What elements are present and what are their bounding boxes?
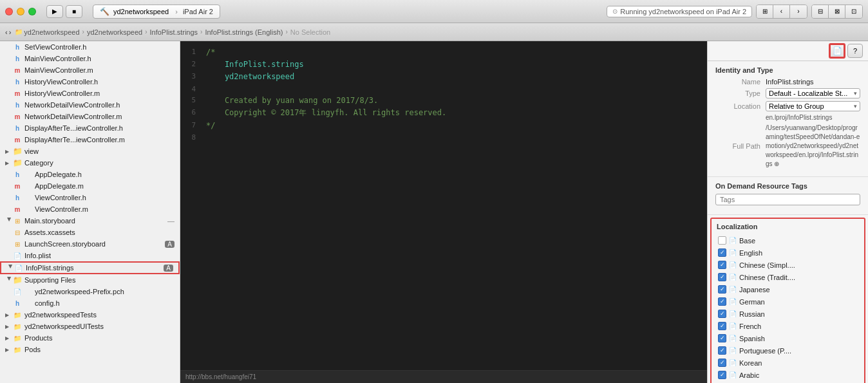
name-row: Name InfoPlist.strings — [715, 78, 860, 86]
storyboard-icon: ⊞ — [13, 216, 22, 225]
code-line-4: 4 — [180, 84, 707, 95]
sidebar-item-displayafterh[interactable]: h DisplayAfterTe...iewController.h — [0, 122, 180, 134]
view-buttons: ⊞ ‹ › — [756, 5, 807, 19]
sidebar-item-viewcontrollerm[interactable]: m ViewController.m — [0, 203, 180, 215]
running-tab[interactable]: ⊙ Running yd2networkspeed on iPad Air 2 — [607, 6, 752, 17]
forward-button[interactable]: › — [790, 5, 807, 18]
uitests-folder-icon: 📁 — [13, 322, 22, 331]
sidebar-item-prefixpch[interactable]: 📄 yd2networkspeed-Prefix.pch — [0, 286, 180, 297]
play-button[interactable]: ▶ — [46, 5, 63, 18]
sidebar-item-view[interactable]: ▶ 📁 view — [0, 145, 180, 157]
sidebar-item-viewcontrollerh[interactable]: h ViewController.h — [0, 192, 180, 203]
localization-section: Localization 📄 Base ✓ 📄 English ✓ — [710, 218, 865, 383]
sidebar-item-networkdetailm[interactable]: m NetworkDetailViewController.m — [0, 111, 180, 122]
base-checkbox[interactable] — [718, 236, 726, 245]
sidebar-item-displayafterm[interactable]: m DisplayAfterTe...iewController.m — [0, 134, 180, 145]
sidebar-item-mainstoryboard[interactable]: ▶ ⊞ Main.storyboard — — [0, 215, 180, 227]
bc-item-0[interactable]: yd2networkspeed — [24, 28, 79, 36]
minimize-button[interactable] — [17, 8, 24, 15]
name-value: InfoPlist.strings — [766, 78, 860, 86]
tags-input[interactable] — [715, 194, 860, 205]
code-content[interactable]: 1 /* 2 InfoPlist.strings 3 yd2networkspe… — [180, 41, 707, 148]
help-button[interactable]: ? — [847, 44, 863, 58]
sidebar-item-launchscreen[interactable]: ⊞ LaunchScreen.storyboard A — [0, 238, 180, 250]
german-icon: 📄 — [729, 298, 737, 305]
sidebar-item-infopliststrings[interactable]: ▶ 📄 InfoPlist.strings A — [0, 261, 180, 274]
arabic-checkbox[interactable]: ✓ — [718, 371, 726, 379]
zoom-button[interactable] — [28, 8, 36, 15]
breadcrumb-icon: 📁 — [15, 28, 23, 35]
base-file-icon: 📄 — [729, 237, 737, 244]
stop-button[interactable]: ■ — [66, 5, 82, 18]
russian-checkbox[interactable]: ✓ — [718, 310, 726, 318]
bc-item-2[interactable]: InfoPlist.strings — [150, 28, 198, 36]
xcode-tab[interactable]: 🔨 yd2networkspeed › iPad Air 2 — [93, 5, 220, 19]
sidebar-item-networkdetailh[interactable]: h NetworkDetailViewController.h — [0, 99, 180, 111]
app-tab-label: yd2networkspeed — [113, 8, 169, 15]
bottom-toggle[interactable]: ⊠ — [829, 5, 845, 18]
file-inspector-button[interactable]: 📄 — [829, 44, 845, 58]
sidebar-item-appdelegatem[interactable]: m AppDelegate.m — [0, 180, 180, 192]
nav-forward[interactable]: › — [9, 28, 12, 36]
loc-item-english: ✓ 📄 English — [717, 247, 859, 259]
type-select[interactable]: Default - Localizable St... ▾ — [766, 88, 860, 98]
sidebar-item-pods[interactable]: ▶ 📁 Pods — [0, 344, 180, 355]
sidebar-label: config.h — [24, 299, 60, 307]
sidebar-toggle[interactable]: ⊟ — [812, 5, 829, 18]
sidebar-label: Supporting Files — [24, 276, 76, 284]
french-checkbox[interactable]: ✓ — [718, 322, 726, 330]
identity-section: Identity and Type Name InfoPlist.strings… — [708, 61, 868, 177]
code-editor: 1 /* 2 InfoPlist.strings 3 yd2networkspe… — [180, 41, 707, 383]
nav-back[interactable]: ‹ — [5, 28, 8, 36]
korean-checkbox[interactable]: ✓ — [718, 359, 726, 367]
section-title: Identity and Type — [715, 66, 860, 74]
sidebar-label: DisplayAfterTe...iewController.h — [24, 124, 123, 132]
loc-item-spanish: ✓ 📄 Spanish — [717, 332, 859, 344]
type-select-value: Default - Localizable St... — [769, 89, 847, 97]
sidebar-label: MainViewController.m — [24, 66, 93, 74]
english-checkbox[interactable]: ✓ — [718, 248, 726, 257]
german-checkbox[interactable]: ✓ — [718, 297, 726, 306]
toolbar-right: ⊙ Running yd2networkspeed on iPad Air 2 … — [607, 5, 863, 19]
code-line-2: 2 InfoPlist.strings — [180, 59, 707, 71]
sidebar-item-setviewcontrollerh[interactable]: h SetViewController.h — [0, 41, 180, 53]
fullpath-label: Full Path — [715, 142, 760, 150]
bc-item-3[interactable]: InfoPlist.strings (English) — [205, 28, 283, 36]
grid-view-button[interactable]: ⊞ — [757, 5, 773, 18]
portuguese-checkbox[interactable]: ✓ — [718, 346, 726, 355]
running-icon: ⊙ — [612, 8, 618, 15]
japanese-checkbox[interactable]: ✓ — [718, 285, 726, 294]
collapse-button[interactable]: — — [167, 217, 175, 225]
sidebar-item-historyviewcontrollerm[interactable]: m HistoryViewController.m — [0, 88, 180, 99]
sidebar-item-uitests[interactable]: ▶ 📁 yd2networkspeedUITests — [0, 321, 180, 332]
fullpath-row: Full Path /Users/yuanwang/Desktop/progra… — [715, 124, 860, 169]
spanish-checkbox[interactable]: ✓ — [718, 334, 726, 342]
expand-path-icon[interactable]: ⊕ — [774, 160, 779, 167]
location-select-arrow: ▾ — [854, 103, 857, 109]
chinese-trad-checkbox[interactable]: ✓ — [718, 273, 726, 281]
back-button[interactable]: ‹ — [773, 5, 790, 18]
folder-icon: 📁 — [13, 147, 22, 156]
location-select[interactable]: Relative to Group ▾ — [766, 101, 860, 111]
sidebar-item-appdelegateh[interactable]: h AppDelegate.h — [0, 169, 180, 180]
sidebar-item-infoplist[interactable]: 📄 Info.plist — [0, 250, 180, 261]
sidebar-item-tests[interactable]: ▶ 📁 yd2networkspeedTests — [0, 309, 180, 321]
sidebar-item-historyviewcontrollerh[interactable]: h HistoryViewController.h — [0, 76, 180, 88]
sidebar-label: AppDelegate.m — [24, 182, 84, 190]
sidebar-item-mainviewcontrollerh[interactable]: h MainViewController.h — [0, 53, 180, 64]
m-icon: m — [13, 135, 22, 144]
bc-item-1[interactable]: yd2networkspeed — [87, 28, 142, 36]
fullpath-value: /Users/yuanwang/Desktop/programing/testS… — [766, 124, 860, 169]
sidebar-item-supportingfiles[interactable]: ▶ 📁 Supporting Files — [0, 274, 180, 286]
close-button[interactable] — [5, 8, 13, 15]
sidebar-item-category[interactable]: ▶ 📁 Category — [0, 157, 180, 169]
sidebar-item-configh[interactable]: h config.h — [0, 297, 180, 309]
layout-buttons: ⊟ ⊠ ⊡ — [811, 5, 863, 19]
h-icon: h — [13, 170, 22, 179]
inspector-toggle[interactable]: ⊡ — [845, 5, 862, 18]
sidebar-item-mainviewcontrollerm[interactable]: m MainViewController.m — [0, 64, 180, 76]
sidebar-item-assets[interactable]: ⊟ Assets.xcassets — [0, 227, 180, 238]
loc-item-russian: ✓ 📄 Russian — [717, 308, 859, 320]
sidebar-item-products[interactable]: ▶ 📁 Products — [0, 332, 180, 344]
chinese-simpl-checkbox[interactable]: ✓ — [718, 261, 726, 269]
